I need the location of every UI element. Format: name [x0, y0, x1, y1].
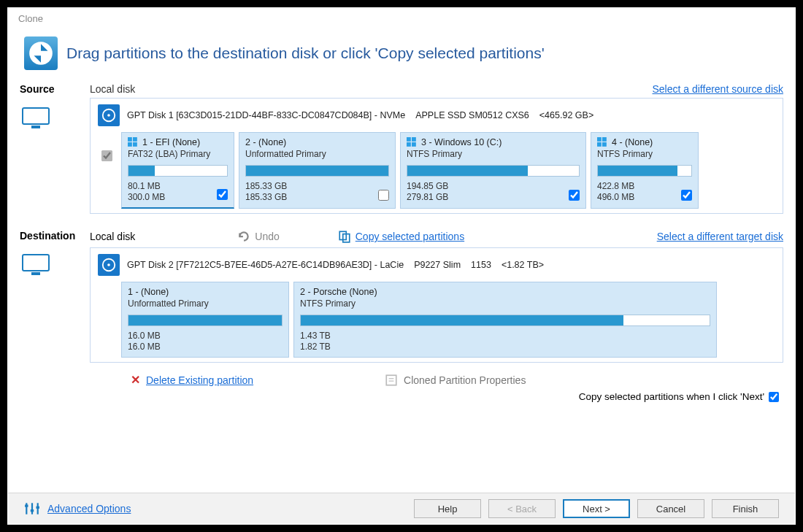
select-source-link[interactable]: Select a different source disk [652, 83, 783, 95]
dest-disk-header: GPT Disk 2 [7F7212C5-B7EE-46D5-A27E-6C14… [95, 252, 778, 282]
hdd-icon [98, 254, 120, 276]
svg-rect-12 [412, 142, 416, 147]
partition-checkbox[interactable] [378, 190, 389, 203]
svg-rect-15 [597, 142, 602, 147]
monitor-icon [21, 253, 50, 277]
source-label: Source [20, 83, 90, 99]
source-section: Source Local disk Select a different sou… [8, 83, 795, 214]
help-button[interactable]: Help [414, 499, 481, 518]
copy-on-next-checkbox[interactable] [769, 392, 779, 402]
dest-partition-1[interactable]: 1 - (None) Unformatted Primary 16.0 MB16… [121, 282, 289, 358]
svg-rect-23 [386, 375, 396, 385]
windows-icon [128, 137, 138, 147]
svg-rect-14 [602, 137, 607, 142]
destination-label: Destination [20, 230, 90, 246]
headline: Drag partitions to the destination disk … [66, 45, 545, 62]
source-disk-header: GPT Disk 1 [63C3D015-21DD-44BF-833C-DC08… [95, 103, 778, 132]
button-bar: Advanced Options Help < Back Next > Canc… [8, 493, 795, 524]
undo-button[interactable]: Undo [237, 230, 279, 243]
source-disk-size: <465.92 GB> [539, 110, 593, 120]
copy-icon [338, 230, 351, 243]
delete-partition-link[interactable]: ✕ Delete Existing partition [131, 373, 253, 387]
dest-disk-name: GPT Disk 2 [7F7212C5-B7EE-46D5-A27E-6C14… [127, 260, 404, 270]
dest-disk-size: <1.82 TB> [502, 260, 544, 270]
svg-rect-18 [31, 272, 40, 275]
svg-rect-7 [128, 142, 132, 147]
svg-point-22 [107, 263, 110, 266]
dest-local-disk: Local disk [90, 231, 135, 242]
source-disk-model: APPLE SSD SM0512 CXS6 [415, 110, 529, 120]
destination-section: Destination Local disk Undo Copy selecte… [8, 230, 795, 387]
svg-rect-1 [23, 108, 49, 124]
advanced-options-link[interactable]: Advanced Options [47, 503, 131, 514]
cancel-button[interactable]: Cancel [637, 499, 704, 518]
partition-checkbox[interactable] [569, 190, 580, 203]
delete-x-icon: ✕ [131, 373, 140, 387]
svg-rect-5 [128, 137, 132, 142]
app-icon [24, 36, 58, 70]
partition-checkbox[interactable] [681, 190, 692, 203]
windows-icon [407, 137, 417, 147]
svg-point-4 [107, 114, 110, 117]
clone-window: Clone Drag partitions to the destination… [7, 7, 796, 525]
hdd-icon [98, 104, 120, 126]
source-partition-4[interactable]: 4 - (None) NTFS Primary 422.8 MB496.0 MB [591, 132, 699, 209]
dest-disk-model: P9227 Slim [414, 260, 461, 270]
copy-partitions-link[interactable]: Copy selected partitions [338, 230, 464, 243]
header-row: Drag partitions to the destination disk … [8, 29, 795, 83]
source-partition-2[interactable]: 2 - (None) Unformatted Primary 185.33 GB… [239, 132, 396, 209]
source-local-disk: Local disk [90, 83, 135, 95]
svg-rect-16 [602, 142, 607, 147]
dest-partition-2[interactable]: 2 - Porsche (None) NTFS Primary 1.43 TB1… [293, 282, 717, 358]
copy-on-next-option[interactable]: Copy selected partitions when I click 'N… [8, 387, 795, 406]
svg-rect-8 [133, 142, 137, 147]
back-button[interactable]: < Back [488, 499, 556, 518]
svg-rect-17 [23, 255, 49, 271]
svg-rect-13 [597, 137, 602, 142]
windows-icon [597, 137, 607, 147]
master-checkbox[interactable] [96, 150, 118, 164]
source-partition-3[interactable]: 3 - Windows 10 (C:) NTFS Primary 194.85 … [400, 132, 586, 209]
svg-rect-9 [407, 137, 411, 142]
next-button[interactable]: Next > [563, 499, 630, 518]
source-disk-name: GPT Disk 1 [63C3D015-21DD-44BF-833C-DC08… [127, 110, 405, 120]
source-partition-1[interactable]: 1 - EFI (None) FAT32 (LBA) Primary 80.1 … [121, 132, 234, 209]
svg-rect-10 [412, 137, 416, 142]
monitor-icon [21, 107, 50, 130]
dest-disk-box: GPT Disk 2 [7F7212C5-B7EE-46D5-A27E-6C14… [90, 247, 783, 363]
select-target-link[interactable]: Select a different target disk [657, 231, 783, 242]
svg-rect-11 [407, 142, 411, 147]
svg-rect-2 [31, 126, 40, 128]
window-title: Clone [8, 8, 795, 29]
svg-rect-29 [25, 505, 28, 507]
sliders-icon [24, 501, 40, 516]
properties-icon [385, 374, 398, 387]
undo-icon [237, 230, 250, 243]
partition-checkbox[interactable] [217, 189, 228, 202]
source-disk-box: GPT Disk 1 [63C3D015-21DD-44BF-833C-DC08… [90, 98, 783, 214]
finish-button[interactable]: Finish [712, 499, 779, 518]
svg-rect-6 [133, 137, 137, 142]
cloned-properties: Cloned Partition Properties [385, 374, 526, 387]
dest-disk-extra: 1153 [471, 260, 491, 270]
svg-rect-31 [36, 506, 39, 509]
svg-rect-30 [31, 509, 34, 512]
